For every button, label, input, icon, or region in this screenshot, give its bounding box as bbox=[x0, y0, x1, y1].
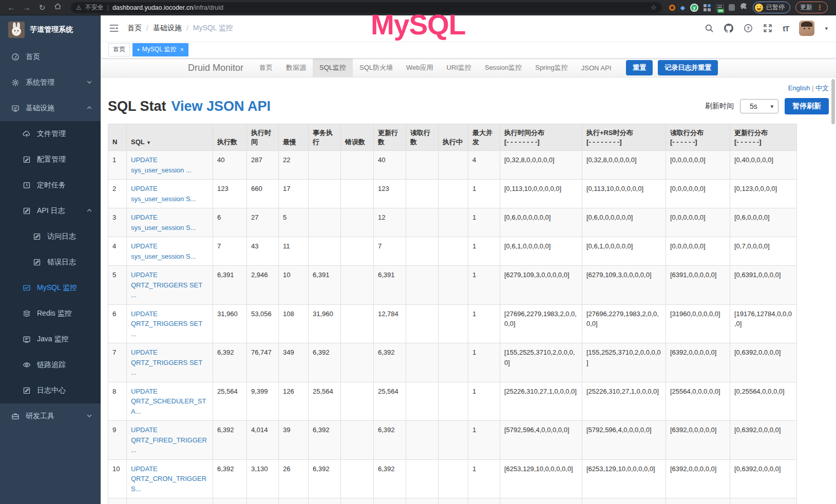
url-host: dashboard.yudao.iocoder.cn bbox=[112, 4, 193, 11]
log-icon bbox=[33, 232, 41, 241]
extension-donut-icon[interactable] bbox=[669, 5, 675, 11]
sidebar-item-11[interactable]: Redis 监控 bbox=[0, 301, 101, 326]
cell: [0,6,0,0,0,0,0,0] bbox=[500, 208, 582, 237]
sidebar-item-15[interactable]: 研发工具 bbox=[0, 403, 101, 429]
view-json-api-link[interactable]: View JSON API bbox=[172, 99, 271, 114]
sql-link[interactable]: UPDATE sys_user_session S... bbox=[131, 214, 196, 231]
extension-gem-icon[interactable]: ◆ bbox=[680, 4, 685, 11]
search-icon[interactable] bbox=[705, 24, 714, 33]
font-size-icon[interactable]: tT bbox=[783, 24, 789, 33]
log-and-reset-button[interactable]: 记录日志并重置 bbox=[658, 60, 718, 75]
druid-brand[interactable]: Druid Monitor bbox=[188, 59, 243, 77]
column-header-14: 读取行分布[- - - - - -] bbox=[666, 124, 730, 151]
sidebar-item-8[interactable]: 访问日志 bbox=[0, 224, 101, 249]
tag-2[interactable]: ●MySQL 监控× bbox=[132, 43, 188, 56]
reload-icon[interactable]: ↻ bbox=[36, 0, 48, 15]
row-index: 11 bbox=[108, 498, 127, 504]
back-icon[interactable]: ← bbox=[5, 0, 17, 15]
sidebar-toggle-icon[interactable] bbox=[109, 23, 119, 33]
fullscreen-icon[interactable] bbox=[763, 24, 772, 33]
breadcrumb-current: MySQL 监控 bbox=[193, 24, 233, 33]
reset-button[interactable]: 重置 bbox=[626, 60, 653, 75]
address-bar[interactable]: ⚠ 不安全 | dashboard.yudao.iocoder.cn/infra… bbox=[71, 2, 662, 13]
extensions-row: ◆ y on 已暂停 更新 ⋮ bbox=[669, 2, 828, 13]
druid-nav-3[interactable]: SQL监控 bbox=[313, 59, 353, 77]
sidebar-item-2[interactable]: 系统管理 bbox=[0, 70, 101, 95]
help-icon[interactable]: ? bbox=[744, 24, 753, 33]
druid-nav-4[interactable]: SQL防火墙 bbox=[353, 59, 400, 77]
druid-nav-8[interactable]: Spring监控 bbox=[528, 59, 575, 77]
sidebar-item-9[interactable]: 错误日志 bbox=[0, 249, 101, 275]
cell: 1 bbox=[468, 266, 500, 305]
druid-nav-9[interactable]: JSON API bbox=[575, 59, 618, 77]
sidebar-item-4[interactable]: 文件管理 bbox=[0, 121, 101, 147]
sql-link[interactable]: UPDATE QRTZ_TRIGGERS SET ... bbox=[131, 348, 202, 376]
browser-menu-icon[interactable]: ⋮ bbox=[816, 4, 823, 11]
sidebar-item-12[interactable]: Java 监控 bbox=[0, 326, 101, 352]
table-row: 4UPDATE sys_user_session S...7431171[0,6… bbox=[108, 237, 797, 266]
forward-icon[interactable]: → bbox=[21, 0, 33, 15]
sql-link[interactable]: UPDATE QRTZ_TRIGGERS SET ... bbox=[131, 310, 202, 338]
column-header-8: 更新行数 bbox=[374, 124, 406, 151]
lang-chinese-link[interactable]: 中文 bbox=[815, 84, 829, 92]
sidebar-item-10[interactable]: MySQL 监控 bbox=[0, 275, 101, 301]
refresh-interval-select[interactable]: 5s ▾ bbox=[740, 99, 778, 113]
cell: 25,564 bbox=[213, 382, 247, 421]
sidebar-item-13[interactable]: 链路追踪 bbox=[0, 352, 101, 378]
sidebar-item-3[interactable]: 基础设施 bbox=[0, 95, 101, 121]
cell bbox=[406, 151, 439, 180]
extension-green-icon[interactable]: y bbox=[690, 4, 698, 12]
extension-misc-icon[interactable] bbox=[729, 4, 735, 11]
sidebar-item-7[interactable]: API 日志 bbox=[0, 198, 101, 224]
cell bbox=[439, 180, 468, 208]
user-avatar[interactable] bbox=[799, 21, 814, 36]
mysql-icon bbox=[23, 284, 31, 292]
sql-link[interactable]: UPDATE sys_user_session S... bbox=[131, 185, 196, 203]
cell: 31,960 bbox=[213, 304, 247, 343]
profile-paused-chip[interactable]: 已暂停 bbox=[753, 2, 790, 13]
cell bbox=[439, 343, 468, 382]
druid-nav-7[interactable]: Session监控 bbox=[478, 59, 528, 77]
bookmark-star-icon[interactable]: ☆ bbox=[651, 4, 657, 11]
sql-link[interactable]: UPDATE QRTZ_TRIGGERS SET ... bbox=[131, 271, 202, 299]
tag-close-icon[interactable]: × bbox=[180, 46, 184, 53]
github-icon[interactable] bbox=[724, 24, 733, 33]
home-icon[interactable] bbox=[51, 0, 64, 15]
druid-nav-5[interactable]: Web应用 bbox=[400, 59, 440, 77]
avatar-caret-down-icon[interactable]: ▾ bbox=[825, 25, 828, 32]
cell: [0,32,8,0,0,0,0,0] bbox=[582, 151, 666, 180]
cell bbox=[341, 237, 374, 266]
extension-list-icon[interactable]: on bbox=[716, 4, 724, 11]
tag-1[interactable]: 首页 bbox=[108, 43, 130, 56]
column-header-2[interactable]: SQL ▼ bbox=[127, 124, 213, 151]
cell: 123 bbox=[213, 180, 247, 208]
lang-english-link[interactable]: English bbox=[788, 84, 810, 92]
extension-grid-icon[interactable] bbox=[704, 4, 711, 11]
pause-refresh-button[interactable]: 暂停刷新 bbox=[785, 98, 829, 114]
cell bbox=[341, 382, 374, 421]
sidebar-item-5[interactable]: 配置管理 bbox=[0, 147, 101, 172]
sidebar-item-6[interactable]: 定时任务 bbox=[0, 172, 101, 198]
druid-nav-2[interactable]: 数据源 bbox=[279, 59, 313, 77]
tag-active-dot: ● bbox=[137, 48, 140, 52]
cell: 1 bbox=[468, 208, 500, 237]
cell: [6253,129,10,0,0,0,0,0] bbox=[582, 459, 666, 498]
druid-content: Druid Monitor 首页数据源SQL监控SQL防火墙Web应用URI监控… bbox=[101, 59, 836, 504]
sql-link[interactable]: UPDATE sys_user_session S... bbox=[131, 242, 196, 260]
druid-nav-1[interactable]: 首页 bbox=[253, 59, 279, 77]
app-logo-row: 芋道管理系统 bbox=[0, 15, 101, 44]
extensions-puzzle-icon[interactable] bbox=[740, 3, 748, 12]
chrome-update-button[interactable]: 更新 ⋮ bbox=[795, 2, 828, 13]
sql-link[interactable]: UPDATE QRTZ_SCHEDULER_STA... bbox=[131, 387, 206, 415]
sql-link[interactable]: UPDATE QRTZ_FIRED_TRIGGER... bbox=[131, 426, 207, 454]
druid-navbar: Druid Monitor 首页数据源SQL监控SQL防火墙Web应用URI监控… bbox=[101, 59, 836, 77]
druid-nav-6[interactable]: URI监控 bbox=[440, 59, 478, 77]
cell: 1 bbox=[468, 382, 500, 421]
content-scrollbar[interactable] bbox=[831, 79, 835, 124]
sidebar-item-14[interactable]: 日志中心 bbox=[0, 378, 101, 403]
breadcrumb-infra[interactable]: 基础设施 bbox=[153, 24, 182, 33]
breadcrumb-home[interactable]: 首页 bbox=[127, 24, 142, 33]
sidebar-item-1[interactable]: 首页 bbox=[0, 44, 101, 70]
sql-link[interactable]: UPDATE sys_user_session ... bbox=[131, 156, 192, 174]
sql-link[interactable]: UPDATE QRTZ_CRON_TRIGGERS... bbox=[131, 465, 206, 493]
